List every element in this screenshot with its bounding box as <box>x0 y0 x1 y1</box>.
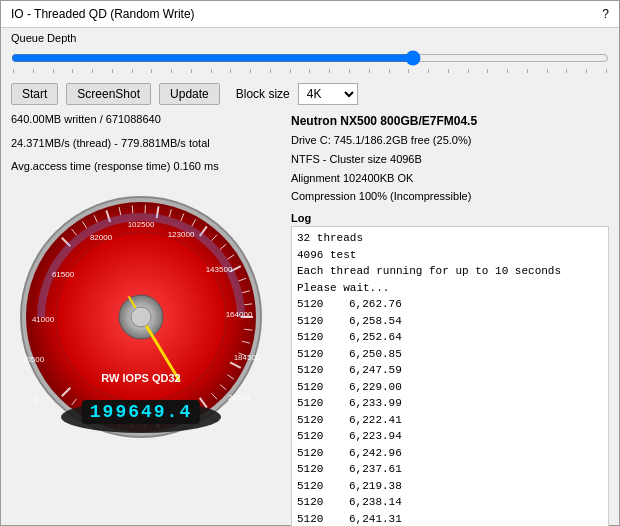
alignment-info: Alignment 102400KB OK <box>291 169 609 188</box>
gauge-num-123000: 123000 <box>168 230 195 239</box>
log-line: 32 threads <box>297 230 603 247</box>
log-line: 51206,258.54 <box>297 313 603 330</box>
stats-throughput: 24.371MB/s (thread) - 779.881MB/s total <box>11 135 281 153</box>
log-line: 51206,233.99 <box>297 395 603 412</box>
compression-info: Compression 100% (Incompressible) <box>291 187 609 206</box>
right-panel: Neutron NX500 800GB/E7FM04.5 Drive C: 74… <box>291 111 609 526</box>
main-content: 640.00MB written / 671088640 24.371MB/s … <box>1 111 619 526</box>
svg-point-47 <box>131 307 151 327</box>
gauge-center-label: RW IOPS QD32 <box>101 372 180 384</box>
log-line: 4096 test <box>297 247 603 264</box>
log-line: 51206,241.31 <box>297 511 603 526</box>
ntfs-info: NTFS - Cluster size 4096B <box>291 150 609 169</box>
log-line: 51206,219.38 <box>297 478 603 495</box>
window-title: IO - Threaded QD (Random Write) <box>11 7 195 21</box>
svg-line-9 <box>132 205 133 213</box>
main-window: IO - Threaded QD (Random Write) ? Queue … <box>0 0 620 526</box>
controls-row: Start ScreenShot Update Block size 4K 51… <box>1 77 619 111</box>
log-line: 51206,250.85 <box>297 346 603 363</box>
drive-c: Drive C: 745.1/186.2GB free (25.0%) <box>291 131 609 150</box>
log-line: 51206,262.76 <box>297 296 603 313</box>
log-line: 51206,252.64 <box>297 329 603 346</box>
gauge-num-102500: 102500 <box>128 220 155 229</box>
log-label: Log <box>291 212 609 224</box>
gauge-num-20500: 20500 <box>22 355 45 364</box>
block-size-label: Block size <box>236 87 290 101</box>
log-line: 51206,229.00 <box>297 379 603 396</box>
screenshot-button[interactable]: ScreenShot <box>66 83 151 105</box>
log-line: 51206,237.61 <box>297 461 603 478</box>
update-button[interactable]: Update <box>159 83 220 105</box>
log-line: 51206,247.59 <box>297 362 603 379</box>
gauge-num-164000: 164000 <box>226 310 253 319</box>
start-button[interactable]: Start <box>11 83 58 105</box>
queue-slider[interactable] <box>11 48 609 68</box>
drive-info: Neutron NX500 800GB/E7FM04.5 Drive C: 74… <box>291 111 609 206</box>
slider-ticks <box>11 69 609 73</box>
log-line: Each thread running for up to 10 seconds <box>297 263 603 280</box>
log-line: 51206,222.41 <box>297 412 603 429</box>
gauge-display-value: 199649.4 <box>82 400 200 424</box>
stats-written: 640.00MB written / 671088640 <box>11 111 281 129</box>
queue-label: Queue Depth <box>11 32 609 44</box>
gauge-num-61500: 61500 <box>52 270 75 279</box>
drive-name: Neutron NX500 800GB/E7FM04.5 <box>291 111 609 131</box>
gauge-num-184500: 184500 <box>234 353 261 362</box>
stats-access-time: Avg.access time (response time) 0.160 ms <box>11 158 281 176</box>
queue-slider-container <box>11 46 609 75</box>
gauge-num-0: 0 <box>33 394 38 404</box>
log-line: 51206,223.94 <box>297 428 603 445</box>
block-size-select[interactable]: 4K 512B 1K 2K 8K 16K <box>298 83 358 105</box>
log-box[interactable]: 32 threads4096 testEach thread running f… <box>291 226 609 526</box>
gauge-num-41000: 41000 <box>32 315 55 324</box>
gauge-num-82000: 82000 <box>90 233 113 242</box>
gauge-num-143500: 143500 <box>206 265 233 274</box>
gauge-num-20509: 20509 <box>228 393 251 402</box>
title-bar: IO - Threaded QD (Random Write) ? <box>1 1 619 28</box>
log-line: 51206,238.14 <box>297 494 603 511</box>
queue-section: Queue Depth <box>1 28 619 77</box>
log-line: Please wait... <box>297 280 603 297</box>
log-line: 51206,242.96 <box>297 445 603 462</box>
left-panel: 640.00MB written / 671088640 24.371MB/s … <box>11 111 281 526</box>
gauge-container: RW IOPS QD32 0 20500 41000 61500 82000 1… <box>11 182 271 442</box>
help-button[interactable]: ? <box>602 7 609 21</box>
